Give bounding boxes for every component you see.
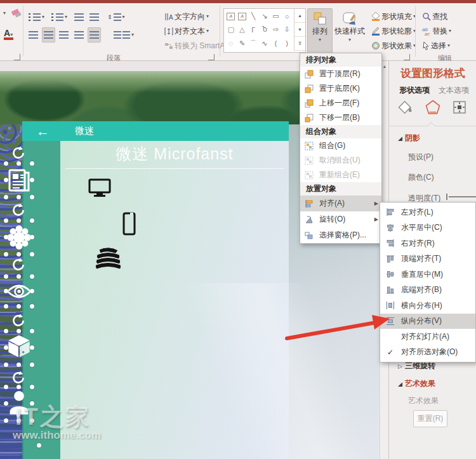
textbox-shape-icon[interactable]: A [227, 13, 235, 20]
shape-fill-button[interactable]: 形状填充▾ [369, 9, 418, 24]
selection-handle[interactable] [30, 345, 34, 350]
submenu-item-distribute-vertically[interactable]: 纵向分布(V) [380, 314, 475, 329]
right-brace-shape-icon[interactable]: ) [281, 37, 293, 50]
justify-button[interactable] [72, 27, 86, 43]
mockup-header-bar[interactable]: ← 微迷 [22, 121, 289, 141]
selection-handle[interactable] [30, 235, 34, 239]
rotate-handle[interactable] [10, 145, 27, 161]
shape-thumbnails[interactable]: A A ╲ ↘ ▭ ○ ▢ △ Γ Ⴆ ⇨ ⇩ ◌ ✎ ⌒ ∿ ( ) [225, 10, 293, 50]
curve-shape-icon[interactable]: ∿ [259, 37, 270, 50]
selection-handle[interactable] [17, 161, 21, 166]
menu-item-bring-forward[interactable]: 上移一层(F) [300, 96, 381, 110]
select-button[interactable]: 选择▾ [420, 38, 452, 53]
selection-handle[interactable] [30, 178, 34, 182]
font-color-button[interactable]: A▾ [4, 27, 13, 40]
selection-handle[interactable] [17, 274, 21, 279]
elbow-connector-icon[interactable]: Γ [248, 23, 259, 36]
menu-item-rotate[interactable]: 旋转(O)▶ [300, 211, 381, 227]
mockup-nav-title[interactable]: 微迷 [75, 125, 94, 137]
shadow-preset[interactable]: 预设(P) [408, 152, 433, 163]
selection-handle[interactable] [17, 385, 21, 389]
right-arrow-shape-icon[interactable]: ⇨ [270, 23, 282, 36]
numbering-button[interactable]: ▾ [50, 10, 69, 25]
selected-shape-news[interactable] [6, 164, 32, 197]
selection-handle[interactable] [30, 218, 34, 223]
submenu-item-align-right[interactable]: 右对齐(R) [380, 236, 475, 251]
tab-text-options[interactable]: 文本选项 [439, 85, 469, 96]
rotate-handle[interactable] [10, 312, 27, 329]
gallery-more-icon[interactable]: ⊽ [294, 37, 305, 51]
menu-item-send-to-back[interactable]: 置于底层(K) [300, 81, 381, 96]
line-spacing-button[interactable]: ⇕▾ [105, 10, 127, 25]
textbox-shape-icon[interactable]: A [238, 13, 246, 20]
selection-handle[interactable] [17, 329, 21, 333]
rotate-handle[interactable] [10, 369, 27, 386]
submenu-item-align-bottom[interactable]: 底端对齐(B) [380, 283, 475, 298]
selection-handle[interactable] [30, 161, 34, 166]
selection-handle[interactable] [4, 235, 8, 239]
gallery-down-icon[interactable]: ▼ [294, 23, 305, 37]
decrease-indent-button[interactable] [72, 10, 86, 25]
selection-handle[interactable] [4, 274, 8, 279]
selection-handle[interactable] [4, 218, 8, 223]
selection-handle[interactable] [30, 385, 34, 389]
selected-shape-eye[interactable] [6, 277, 32, 306]
bullets-button[interactable]: ▾ [27, 10, 46, 25]
scribble-shape-icon[interactable]: ✎ [237, 37, 248, 50]
find-button[interactable]: 查找 [420, 9, 449, 24]
oval-shape-icon[interactable]: ○ [281, 10, 293, 23]
shadow-color[interactable]: 颜色(C) [408, 172, 434, 183]
selection-handle[interactable] [30, 304, 34, 309]
transparency-slider-thumb[interactable] [446, 194, 447, 200]
shape-effects-button[interactable]: 形状效果▾ [369, 38, 418, 53]
selection-handle[interactable] [30, 252, 34, 256]
effects-icon[interactable] [425, 99, 441, 116]
selection-handle[interactable] [4, 195, 8, 199]
increase-indent-button[interactable] [88, 10, 101, 25]
arrow-line-shape-icon[interactable]: ↘ [259, 10, 270, 23]
submenu-item-align-top[interactable]: 顶端对齐(T) [380, 251, 475, 267]
chevron-down-icon[interactable]: ▾ [3, 11, 6, 16]
submenu-item-align-middle[interactable]: 垂直居中(M) [380, 267, 475, 283]
text-direction-button[interactable]: A文字方向▾ [162, 9, 211, 24]
left-brace-shape-icon[interactable]: ( [270, 37, 282, 50]
shape-outline-button[interactable]: 形状轮廓▾ [369, 23, 418, 39]
line-shape-icon[interactable]: ╲ [248, 10, 259, 23]
mockup-heading[interactable]: 微迷 Microfanst [60, 143, 289, 164]
rotate-handle[interactable] [10, 202, 27, 218]
selection-handle[interactable] [30, 363, 34, 367]
drawing-dialog-launcher-icon[interactable] [404, 54, 410, 60]
submenu-item-align-left[interactable]: 左对齐(L) [380, 204, 475, 220]
quick-styles-button[interactable]: 快速样式▾ [333, 8, 367, 57]
distribute-text-button[interactable] [88, 27, 101, 43]
selection-handle[interactable] [37, 443, 41, 448]
triangle-shape-icon[interactable]: △ [237, 23, 248, 36]
font-dialog-launcher-icon[interactable] [14, 54, 20, 60]
selection-handle[interactable] [17, 363, 21, 367]
selection-handle[interactable] [4, 329, 8, 333]
align-left-button[interactable] [27, 27, 40, 43]
selection-handle[interactable] [4, 178, 8, 182]
selection-handle[interactable] [17, 195, 21, 199]
menu-item-selection-pane[interactable]: 选择窗格(P)... [300, 227, 381, 243]
gallery-up-icon[interactable]: ▲ [294, 9, 305, 23]
tab-shape-options[interactable]: 形状选项 [399, 85, 430, 96]
freeform-shape-icon[interactable]: ◌ [225, 37, 237, 50]
selection-handle[interactable] [4, 161, 8, 166]
phone-icon[interactable] [122, 212, 136, 236]
selection-handle[interactable] [4, 345, 8, 350]
menu-item-send-backward[interactable]: 下移一层(B) [300, 110, 381, 125]
selection-handle[interactable] [30, 329, 34, 333]
selection-handle[interactable] [4, 252, 8, 256]
shadow-section-header[interactable]: ◢阴影 [398, 133, 420, 143]
arc-shape-icon[interactable]: ⌒ [248, 37, 259, 50]
selection-handle[interactable] [30, 195, 34, 199]
selection-handle[interactable] [17, 304, 21, 309]
selection-handle[interactable] [17, 218, 21, 223]
gallery-scrollbar[interactable]: ▲ ▼ ⊽ [294, 9, 305, 51]
align-right-button[interactable] [57, 27, 70, 43]
submenu-item-align-to-slide[interactable]: 对齐幻灯片(A) [380, 329, 475, 345]
selection-handle[interactable] [4, 289, 8, 293]
paragraph-dialog-launcher-icon[interactable] [208, 54, 215, 60]
shapes-gallery[interactable]: A A ╲ ↘ ▭ ○ ▢ △ Γ Ⴆ ⇨ ⇩ ◌ ✎ ⌒ ∿ ( ) ▲ [223, 8, 306, 53]
